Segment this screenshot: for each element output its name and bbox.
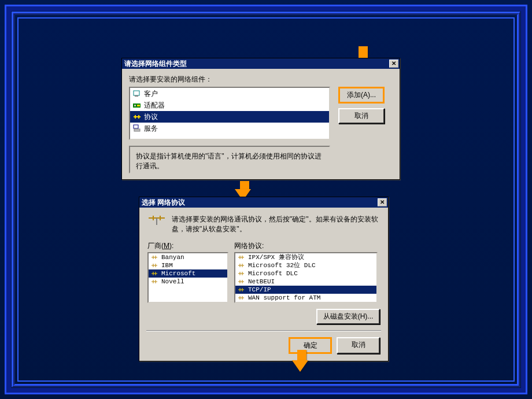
- install-from-disk-button[interactable]: 从磁盘安装(H)...: [316, 309, 380, 324]
- protocol-label: 网络协议:: [234, 241, 380, 251]
- svg-rect-8: [134, 125, 138, 128]
- list-item-protocol[interactable]: 协议: [130, 111, 329, 123]
- list-item-label: 客户: [144, 89, 158, 99]
- vendor-item-novell[interactable]: Novell: [149, 278, 227, 286]
- protocol-large-icon: [147, 215, 166, 226]
- dialog2-title: 选择 网络协议: [142, 198, 378, 208]
- protocol-icon: [237, 293, 246, 302]
- svg-rect-9: [134, 129, 140, 131]
- vendor-item-ibm[interactable]: IBM: [149, 261, 227, 269]
- dialog1-prompt: 请选择要安装的网络组件：: [129, 75, 393, 84]
- svg-rect-0: [134, 91, 139, 95]
- cancel-button[interactable]: 取消: [338, 108, 385, 124]
- vendor-listbox[interactable]: Banyan IBM Microsoft Novell: [147, 252, 228, 303]
- protocol-item[interactable]: Microsoft DLC: [235, 269, 376, 278]
- client-icon: [132, 89, 142, 98]
- protocol-icon: [132, 112, 142, 121]
- protocol-icon: [150, 277, 159, 286]
- dialog2-instruction: 请选择要安装的网络通讯协议，然后按"确定"。如果有设备的安装软盘，请按"从软盘安…: [172, 215, 380, 234]
- adapter-icon: [132, 101, 142, 110]
- protocol-item[interactable]: NetBEUI: [235, 278, 376, 286]
- vendor-item-microsoft[interactable]: Microsoft: [149, 269, 227, 278]
- list-item-adapter[interactable]: 适配器: [130, 99, 329, 111]
- dialog2-titlebar: 选择 网络协议 ✕: [139, 197, 388, 208]
- close-icon[interactable]: ✕: [389, 60, 398, 68]
- service-icon: [132, 124, 142, 133]
- protocol-item[interactable]: Microsoft 32位 DLC: [235, 261, 376, 269]
- protocol-item-tcpip[interactable]: TCP/IP: [235, 286, 376, 294]
- list-item-label: 服务: [144, 124, 158, 134]
- list-item-label: 适配器: [144, 101, 165, 110]
- svg-rect-4: [137, 105, 140, 106]
- dialog1-title: 请选择网络组件类型: [124, 59, 389, 69]
- component-listbox[interactable]: 客户 适配器 协议 服: [129, 87, 330, 140]
- description-box: 协议是指计算机使用的"语言"，计算机必须使用相同的协议进行通讯。: [129, 146, 330, 173]
- protocol-listbox[interactable]: IPX/SPX 兼容协议 Microsoft 32位 DLC Microsoft…: [234, 252, 378, 303]
- add-button[interactable]: 添加(A)...: [338, 87, 385, 104]
- svg-rect-1: [135, 95, 138, 97]
- select-protocol-dialog: 选择 网络协议 ✕ 请选择要安装的网络通讯协议，然后按"确定"。如果有设备的安装…: [139, 197, 389, 361]
- dialog1-titlebar: 请选择网络组件类型 ✕: [122, 58, 400, 69]
- protocol-item[interactable]: IPX/SPX 兼容协议: [235, 253, 376, 261]
- list-item-label: 协议: [144, 112, 158, 122]
- protocol-item[interactable]: WAN support for ATM: [235, 294, 376, 302]
- vendor-item-banyan[interactable]: Banyan: [149, 253, 227, 261]
- svg-rect-3: [134, 105, 136, 106]
- select-component-type-dialog: 请选择网络组件类型 ✕ 请选择要安装的网络组件： 客户 适配器: [121, 58, 400, 180]
- cancel-button[interactable]: 取消: [337, 337, 380, 354]
- list-item-client[interactable]: 客户: [130, 88, 329, 99]
- list-item-service[interactable]: 服务: [130, 123, 329, 134]
- arrow-from-ok-button: [295, 350, 308, 372]
- close-icon[interactable]: ✕: [378, 198, 387, 206]
- vendor-label: 厂商(M):: [147, 241, 228, 251]
